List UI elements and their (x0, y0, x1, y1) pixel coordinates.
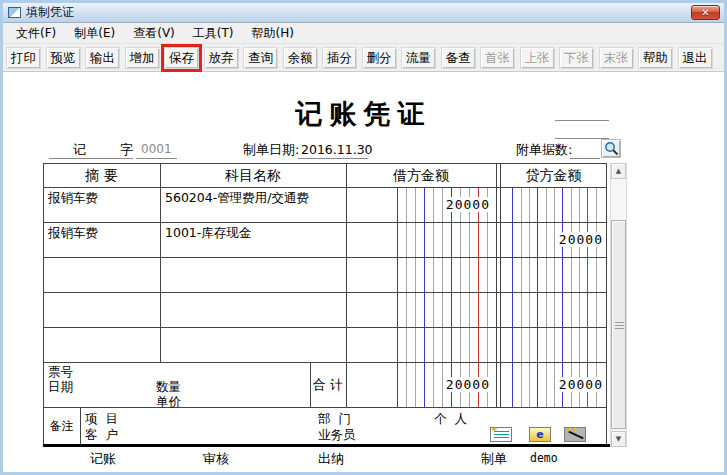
summary-cell[interactable] (44, 328, 159, 361)
email-icon[interactable]: e (529, 427, 551, 442)
summary-cell[interactable]: 报销车费 (44, 223, 159, 256)
total-label: 合 计 (310, 362, 346, 407)
menu-view[interactable]: 查看(V) (124, 23, 184, 44)
menu-help[interactable]: 帮助(H) (243, 23, 303, 44)
account-cell[interactable] (161, 328, 345, 361)
credit-cell[interactable] (500, 292, 606, 327)
help-button[interactable]: 帮助 (638, 47, 673, 69)
number-underline (136, 158, 177, 159)
header-debit: 借方金额 (346, 163, 496, 187)
note-sparkle-icon[interactable]: ✦ (490, 427, 512, 442)
scroll-up-icon[interactable]: ▲ (611, 163, 626, 179)
window-icon (8, 7, 21, 18)
grid-line (496, 163, 497, 407)
wand-icon[interactable]: ✦✦ (564, 427, 586, 442)
insert-line-button[interactable]: 插分 (322, 47, 357, 69)
reference-button[interactable]: 备查 (441, 47, 476, 69)
voucher-word-label2: 字 (120, 141, 133, 159)
prev-voucher-button[interactable]: 上张 (520, 47, 555, 69)
date-label: 制单日期: (243, 141, 299, 159)
last-voucher-button[interactable]: 末张 (599, 47, 634, 69)
debit-cell[interactable] (346, 292, 496, 327)
menu-file[interactable]: 文件(F) (7, 23, 65, 44)
scrollbar-thumb[interactable] (611, 220, 626, 429)
auditor-label: 审核 (203, 450, 229, 468)
date-value[interactable]: 2016.11.30 (301, 142, 373, 157)
voucher-window: 填制凭证 ✕ 文件(F) 制单(E) 查看(V) 工具(T) 帮助(H) 打印 … (0, 0, 727, 475)
magnifier-icon[interactable] (601, 139, 621, 158)
debit-cell[interactable] (346, 222, 496, 257)
summary-cell[interactable] (44, 293, 159, 326)
balance-button[interactable]: 余额 (283, 47, 318, 69)
menu-voucher[interactable]: 制单(E) (65, 23, 124, 44)
print-button[interactable]: 打印 (6, 47, 41, 69)
toolbar: 打印 预览 输出 增加 保存 放弃 查询 余额 插分 删分 流量 备查 首张 上… (3, 44, 724, 72)
unit-price-label: 单价 (156, 394, 181, 411)
thumb-grip (615, 322, 624, 330)
save-button[interactable]: 保存 (164, 47, 199, 69)
header-account: 科目名称 (160, 163, 346, 187)
date-underline (298, 158, 368, 159)
grid-line (80, 407, 81, 446)
credit-cell[interactable] (500, 327, 606, 362)
voucher-area: 记账凭证 记 字 0001 制单日期: 2016.11.30 附单据数: (3, 72, 724, 472)
summary-cell[interactable]: 报销车费 (44, 188, 159, 221)
header-credit: 贷方金额 (500, 163, 607, 187)
close-icon[interactable]: ✕ (691, 5, 720, 20)
cashflow-button[interactable]: 流量 (401, 47, 436, 69)
total-debit-cell: 20000 (346, 362, 496, 407)
add-button[interactable]: 增加 (125, 47, 160, 69)
remark-label: 备注 (43, 407, 80, 446)
titlebar: 填制凭证 ✕ (3, 3, 724, 23)
preparer-label: 制单 (481, 450, 507, 468)
account-cell[interactable]: 560204-管理费用/交通费 (161, 188, 345, 221)
blank-line-1 (555, 120, 609, 121)
credit-cell[interactable] (500, 187, 606, 222)
voucher-main-title: 记账凭证 (3, 96, 724, 132)
summary-cell[interactable] (44, 258, 159, 291)
date2-label: 日期 (48, 379, 73, 396)
account-cell[interactable]: 1001-库存现金 (161, 223, 345, 256)
attachments-label: 附单据数: (516, 141, 572, 159)
save-highlight-box: 保存 (161, 44, 202, 72)
exit-button[interactable]: 退出 (678, 47, 713, 69)
abandon-button[interactable]: 放弃 (204, 47, 239, 69)
delete-line-button[interactable]: 删分 (362, 47, 397, 69)
account-cell[interactable] (161, 293, 345, 326)
debit-cell[interactable]: 20000 (346, 187, 496, 222)
voucher-number[interactable]: 0001 (141, 142, 172, 156)
bookkeeper-label: 记账 (90, 450, 116, 468)
project-label: 项 目 (85, 411, 118, 428)
debit-cell[interactable] (346, 257, 496, 292)
table-bottom-line (43, 444, 624, 447)
query-button[interactable]: 查询 (243, 47, 278, 69)
word-underline (49, 158, 133, 159)
window-title: 填制凭证 (26, 4, 74, 21)
department-label: 部 门 (318, 411, 351, 428)
debit-cell[interactable] (346, 327, 496, 362)
account-cell[interactable] (161, 258, 345, 291)
customer-label: 客 户 (85, 427, 118, 444)
credit-cell[interactable] (500, 257, 606, 292)
credit-cell[interactable]: 20000 (500, 222, 606, 257)
preparer-name: demo (530, 451, 558, 465)
header-summary: 摘 要 (43, 163, 160, 187)
total-credit-cell: 20000 (500, 362, 606, 407)
menu-tools[interactable]: 工具(T) (184, 23, 243, 44)
scroll-down-icon[interactable]: ▼ (611, 431, 626, 447)
voucher-table: 摘 要 科目名称 借方金额 贷方金额 报销车费 560204-管理费用/交通费 … (43, 163, 607, 446)
next-voucher-button[interactable]: 下张 (559, 47, 594, 69)
cashier-label: 出纳 (318, 450, 344, 468)
table-scrollbar[interactable]: ▲ ▼ (610, 163, 627, 447)
person-label: 个 人 (434, 411, 467, 428)
voucher-word-label: 记 (73, 141, 86, 159)
salesman-label: 业务员 (318, 427, 356, 444)
output-button[interactable]: 输出 (85, 47, 120, 69)
first-voucher-button[interactable]: 首张 (480, 47, 515, 69)
preview-button[interactable]: 预览 (46, 47, 81, 69)
menubar: 文件(F) 制单(E) 查看(V) 工具(T) 帮助(H) (3, 23, 724, 44)
attachments-underline (570, 158, 600, 159)
grid-line (43, 407, 607, 408)
